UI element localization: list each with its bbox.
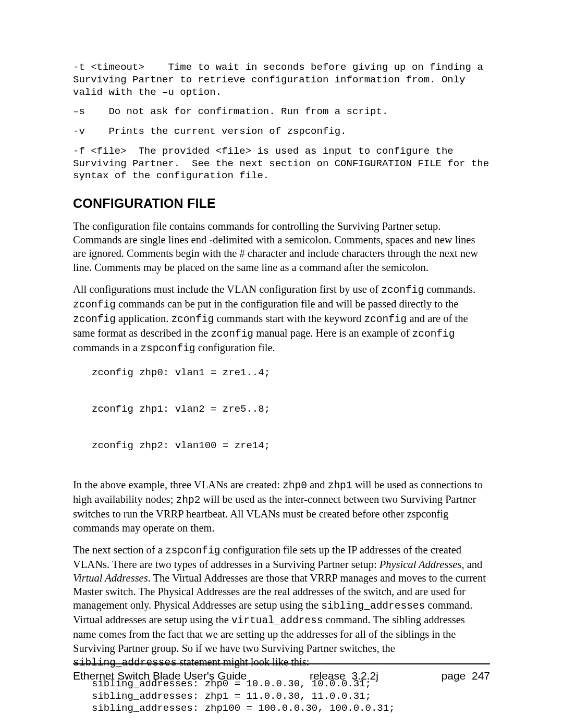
page: -t <timeout> Time to wait in seconds bef… — [0, 0, 563, 728]
page-footer: Ethernet Switch Blade User's Guide relea… — [73, 670, 490, 682]
text: commands. — [424, 283, 475, 295]
text: , and — [461, 559, 482, 570]
code-block-sibling: sibling_addresses: zhp0 = 10.0.0.30, 10.… — [92, 678, 490, 715]
text: In the above example, three VLANs are cr… — [73, 479, 283, 490]
code-zhp1: zhp1 — [328, 480, 352, 491]
text: commands can be put in the configuration… — [116, 298, 459, 310]
paragraph-3: In the above example, three VLANs are cr… — [73, 478, 490, 534]
paragraph-2: All configurations must include the VLAN… — [73, 282, 490, 355]
section-heading: CONFIGURATION FILE — [73, 196, 490, 211]
text: and — [307, 479, 328, 490]
code-virtual-address: virtual_address — [231, 615, 323, 626]
code-zconfig: zconfig — [364, 314, 407, 325]
text: application. — [116, 313, 171, 324]
em-virtual-addresses: Virtual Addresses — [73, 572, 148, 584]
code-block-zconfig: zconfig zhp0: vlan1 = zre1..4; zconfig z… — [92, 364, 490, 455]
code-zconfig: zconfig — [211, 328, 253, 340]
code-zconfig: zconfig — [73, 314, 116, 325]
footer-title: Ethernet Switch Blade User's Guide — [73, 670, 247, 682]
code-zconfig: zconfig — [171, 314, 214, 325]
text: statement might look like this: — [177, 656, 310, 668]
code-zhp0: zhp0 — [283, 480, 307, 491]
option-s: –s Do not ask for confirmation. Run from… — [73, 106, 490, 118]
code-zconfig: zconfig — [73, 299, 116, 311]
text: commands in a — [73, 342, 140, 353]
code-sibling-addresses: sibling_addresses — [73, 657, 177, 669]
paragraph-1: The configuration file contains commands… — [73, 219, 490, 274]
text: All configurations must include the VLAN… — [73, 283, 381, 295]
text: The next section of a — [73, 544, 165, 556]
option-v: -v Prints the current version of zspconf… — [73, 126, 490, 138]
code-zspconfig: zspconfig — [165, 545, 220, 557]
code-zspconfig: zspconfig — [140, 343, 195, 354]
spacer — [73, 463, 490, 478]
option-t: -t <timeout> Time to wait in seconds bef… — [73, 61, 490, 98]
option-f: -f <file> The provided <file> is used as… — [73, 145, 490, 182]
code-zhp2: zhp2 — [176, 495, 201, 506]
paragraph-4: The next section of a zspconfig configur… — [73, 543, 490, 670]
code-zconfig: zconfig — [381, 285, 424, 296]
text: manual page. Here is an example of — [253, 327, 412, 339]
footer-page: page 247 — [442, 670, 490, 682]
code-zconfig: zconfig — [412, 328, 455, 340]
text: commands start with the keyword — [214, 313, 364, 324]
footer-rule — [73, 663, 490, 664]
footer-release: release 3.2.2j — [310, 670, 378, 682]
code-sibling-addresses: sibling_addresses — [321, 600, 425, 612]
em-physical-addresses: Physical Addresses — [380, 559, 462, 570]
text: configuration file. — [195, 342, 275, 353]
